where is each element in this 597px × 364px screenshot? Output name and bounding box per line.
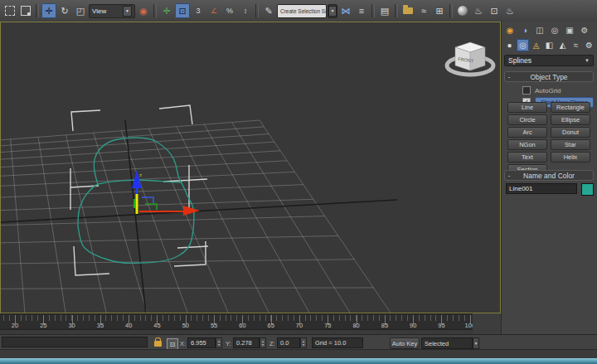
shapes-icon: ◎ bbox=[519, 41, 527, 50]
auto-key-button[interactable]: Auto Key bbox=[390, 337, 420, 349]
viewport-overlay: z bbox=[1, 22, 500, 313]
name-and-color-rollout-header[interactable]: - Name and Color bbox=[504, 170, 594, 181]
timeline-tick-label: 35 bbox=[97, 322, 104, 329]
spinner-down-icon[interactable]: ▾ bbox=[218, 343, 220, 347]
modify-icon: ◑ bbox=[522, 26, 527, 35]
3ds-max-window: ✛ ↻ ◰ View ▼ ◉ ✛ ⊡ 3 ∠ % ↕ ✎ Create Sele… bbox=[0, 0, 597, 364]
selection-set-time-dropdown[interactable]: Selected bbox=[421, 337, 473, 349]
timeline-tick-label: 85 bbox=[381, 322, 388, 329]
percent-snap-button[interactable]: % bbox=[222, 3, 237, 18]
category-shapes[interactable]: ◎ bbox=[517, 39, 529, 51]
layer-manager-button[interactable]: ▤ bbox=[377, 3, 392, 18]
absolute-mode-toggle[interactable]: ⊡ bbox=[167, 338, 178, 350]
snap-3d-button[interactable]: 3 bbox=[191, 3, 206, 18]
select-and-rotate-button[interactable]: ↻ bbox=[57, 3, 72, 18]
window-crossing-button[interactable] bbox=[18, 3, 33, 18]
spinner-down-icon[interactable]: ▾ bbox=[262, 343, 264, 347]
schematic-view-icon: ⊞ bbox=[435, 6, 443, 17]
viewcube[interactable]: FRONT bbox=[444, 36, 497, 82]
tab-utilities[interactable]: ⚙ bbox=[578, 24, 591, 36]
timeline-tick-label: 30 bbox=[68, 322, 75, 329]
toolbox-button[interactable] bbox=[400, 3, 415, 18]
move-icon: ✛ bbox=[45, 6, 52, 17]
rendered-frame-window-button[interactable]: ⊡ bbox=[487, 3, 502, 18]
edit-named-selection-sets-button[interactable]: ✎ bbox=[261, 3, 276, 18]
z-label: Z: bbox=[269, 340, 275, 347]
tab-display[interactable]: ▣ bbox=[563, 24, 576, 36]
align-button[interactable]: ≡ bbox=[354, 3, 369, 18]
line-button[interactable]: Line bbox=[507, 102, 547, 113]
time-slider-track[interactable]: 20253035404550556065707580859095100 bbox=[0, 313, 473, 330]
category-systems[interactable]: ⚙ bbox=[583, 39, 595, 51]
x-label: X: bbox=[180, 340, 186, 347]
perspective-viewport[interactable]: z FRONT bbox=[0, 22, 501, 313]
curve-editor-button[interactable]: ≈ bbox=[416, 3, 431, 18]
select-and-scale-button[interactable]: ◰ bbox=[73, 3, 88, 18]
use-pivot-point-button[interactable]: ◉ bbox=[136, 3, 151, 18]
category-geometry[interactable]: ● bbox=[503, 39, 516, 51]
helix-button[interactable]: Helix bbox=[551, 152, 590, 163]
selection-lock-icon[interactable] bbox=[154, 341, 162, 347]
select-and-manipulate-button[interactable]: ✛ bbox=[159, 3, 174, 18]
donut-button[interactable]: Donut bbox=[551, 127, 590, 138]
command-panel-tabs: ◉ ◑ ◫ ◎ ▣ ⚙ bbox=[503, 23, 596, 36]
named-selection-set-combo[interactable]: Create Selection Set bbox=[277, 4, 327, 18]
x-coordinate-field[interactable]: 6.955 bbox=[187, 337, 216, 348]
viewcube-cube[interactable]: FRONT bbox=[455, 42, 485, 70]
schematic-view-button[interactable]: ⊞ bbox=[432, 3, 447, 18]
autogrid-label: AutoGrid bbox=[535, 87, 561, 95]
object-type-rollout-header[interactable]: - Object Type bbox=[504, 71, 594, 82]
reference-coord-system-dropdown[interactable]: View ▼ bbox=[89, 4, 135, 18]
timeline-tick-label: 90 bbox=[410, 322, 416, 329]
manipulate-icon: ✛ bbox=[163, 6, 170, 17]
utilities-icon: ⚙ bbox=[581, 26, 589, 35]
selection-set-dropdown-arrow[interactable]: ▼ bbox=[328, 4, 337, 18]
status-bar: ⊡ X: 6.955 ▴▾ Y: 0.278 ▴▾ Z: 0.0 ▴▾ Grid… bbox=[0, 334, 597, 350]
rollout-title: Name and Color bbox=[513, 172, 593, 180]
arc-button[interactable]: Arc bbox=[507, 127, 547, 138]
rect-selection-region-button[interactable] bbox=[2, 3, 17, 18]
align-icon: ≡ bbox=[359, 6, 364, 16]
text-button[interactable]: Text bbox=[507, 152, 547, 163]
tab-modify[interactable]: ◑ bbox=[518, 24, 531, 36]
category-lights[interactable]: ◬ bbox=[530, 39, 542, 51]
ellipse-button[interactable]: Ellipse bbox=[551, 114, 590, 125]
category-helpers[interactable]: ◭ bbox=[556, 39, 569, 51]
render-production-button[interactable]: ♨ bbox=[502, 3, 517, 18]
maxscript-mini-listener[interactable] bbox=[2, 337, 148, 347]
circle-button[interactable]: Circle bbox=[507, 114, 547, 125]
star-button[interactable]: Star bbox=[551, 139, 590, 150]
angle-snap-button[interactable]: ∠ bbox=[206, 3, 221, 18]
z-coordinate-field[interactable]: 0.0 bbox=[277, 337, 300, 348]
motion-icon: ◎ bbox=[551, 26, 559, 35]
tab-hierarchy[interactable]: ◫ bbox=[533, 24, 546, 36]
mirror-button[interactable]: ⋈ bbox=[338, 3, 353, 18]
gizmo-xy-plane-handle[interactable] bbox=[142, 197, 153, 203]
select-and-move-button[interactable]: ✛ bbox=[41, 3, 56, 18]
snaps-toggle-button[interactable]: ⊡ bbox=[175, 3, 190, 18]
ngon-button[interactable]: NGon bbox=[507, 139, 547, 150]
tab-motion[interactable]: ◎ bbox=[548, 24, 561, 36]
geometry-icon: ● bbox=[507, 41, 512, 50]
timeline-tick-label: 55 bbox=[211, 322, 217, 329]
mirror-icon: ⋈ bbox=[342, 6, 351, 17]
render-setup-button[interactable]: ♨ bbox=[471, 3, 486, 18]
y-coordinate-field[interactable]: 0.278 bbox=[233, 337, 260, 348]
spinner-down-icon[interactable]: ▾ bbox=[303, 343, 304, 347]
rectangle-button[interactable]: Rectangle bbox=[551, 102, 590, 113]
rect-region-icon bbox=[5, 6, 15, 16]
category-cameras[interactable]: ◧ bbox=[543, 39, 556, 51]
spinner-snap-button[interactable]: ↕ bbox=[238, 3, 253, 18]
material-editor-button[interactable] bbox=[455, 3, 470, 18]
object-name-field[interactable]: Line001 bbox=[506, 183, 577, 194]
chevron-down-icon[interactable]: ▼ bbox=[474, 342, 478, 345]
timeline-tick-label: 50 bbox=[182, 322, 189, 329]
autogrid-checkbox[interactable] bbox=[522, 86, 531, 95]
gizmo-y-plane-handle[interactable] bbox=[145, 204, 157, 210]
collapse-icon: - bbox=[505, 172, 513, 180]
tab-create[interactable]: ◉ bbox=[503, 24, 517, 36]
gizmo-x-arrow-icon[interactable] bbox=[183, 206, 200, 216]
shape-category-dropdown[interactable]: Splines ▼ bbox=[504, 55, 594, 66]
category-space-warps[interactable]: ≈ bbox=[570, 39, 582, 51]
object-color-swatch[interactable] bbox=[581, 183, 594, 196]
